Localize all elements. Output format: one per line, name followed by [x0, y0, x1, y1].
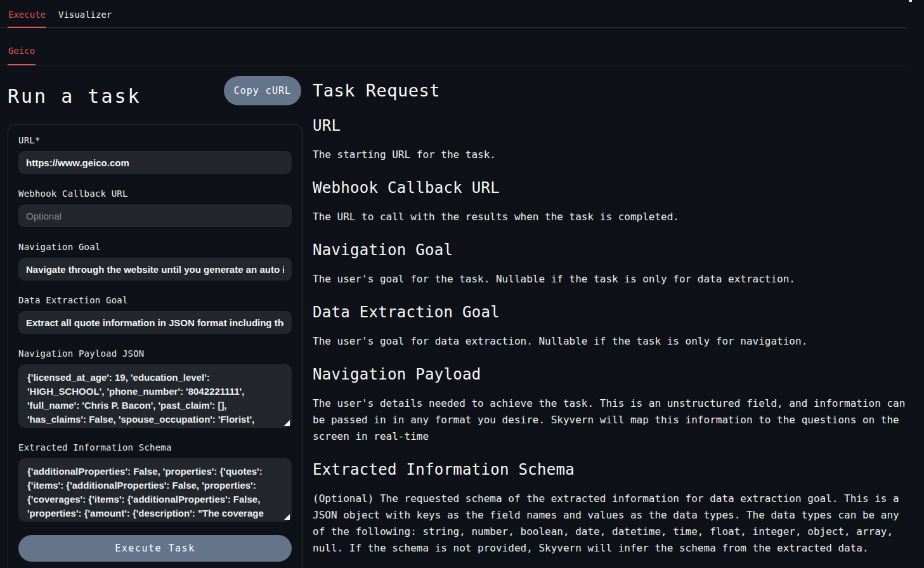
navigation-goal-input[interactable]	[18, 258, 292, 281]
data-extraction-goal-input[interactable]	[18, 311, 292, 334]
execute-task-button[interactable]: Execute Task	[18, 535, 292, 562]
webhook-field-group: Webhook Callback URL	[18, 188, 292, 227]
run-task-panel: Run a task Copy cURL URL* Webhook Callba…	[8, 66, 303, 110]
copy-curl-button[interactable]: Copy cURL	[224, 76, 301, 105]
webhook-label: Webhook Callback URL	[18, 188, 292, 199]
task-form-card: URL* Webhook Callback URL Navigation Goa…	[8, 124, 303, 568]
url-field-group: URL*	[18, 135, 292, 174]
navigation-payload-label: Navigation Payload JSON	[18, 348, 292, 359]
tab-execute[interactable]: Execute	[8, 10, 46, 27]
doc-section-body: The user's goal for the task. Nullable i…	[313, 271, 909, 287]
main-tab-bar: Execute Visualizer	[0, 0, 907, 28]
doc-section-webhook: Webhook Callback URL The URL to call wit…	[313, 179, 909, 225]
navigation-payload-textarea[interactable]: {'licensed_at_age': 19, 'education_level…	[18, 364, 292, 428]
url-input[interactable]	[18, 151, 292, 174]
navigation-payload-field-group: Navigation Payload JSON {'licensed_at_ag…	[18, 348, 292, 428]
doc-section-navigation-payload: Navigation Payload The user's details ne…	[313, 366, 909, 445]
data-extraction-goal-field-group: Data Extraction Goal	[18, 295, 292, 334]
doc-section-extracted-schema: Extracted Information Schema (Optional) …	[313, 461, 909, 557]
navigation-goal-label: Navigation Goal	[18, 242, 292, 252]
url-label: URL*	[18, 135, 292, 145]
doc-section-heading: Extracted Information Schema	[313, 461, 909, 479]
extracted-schema-textarea[interactable]: {'additionalProperties': False, 'propert…	[18, 458, 292, 522]
doc-section-url: URL The starting URL for the task.	[313, 117, 909, 163]
doc-section-heading: Data Extraction Goal	[313, 303, 909, 321]
data-extraction-goal-label: Data Extraction Goal	[18, 295, 292, 305]
doc-section-heading: URL	[313, 117, 909, 135]
scrollbar-thumb[interactable]	[909, 0, 912, 2]
doc-section-heading: Navigation Payload	[313, 366, 909, 383]
webhook-input[interactable]	[18, 204, 292, 227]
extracted-schema-field-group: Extracted Information Schema {'additiona…	[18, 442, 292, 522]
navigation-goal-field-group: Navigation Goal	[18, 242, 292, 281]
doc-section-body: The user's goal for data extraction. Nul…	[313, 333, 909, 350]
doc-section-navigation-goal: Navigation Goal The user's goal for the …	[313, 241, 909, 287]
sub-tab-bar: Geico	[0, 28, 907, 65]
doc-section-body: (Optional) The requested schema of the e…	[313, 491, 909, 557]
doc-section-body: The starting URL for the task.	[313, 147, 909, 163]
doc-section-data-extraction-goal: Data Extraction Goal The user's goal for…	[313, 303, 909, 350]
task-request-docs: Task Request URL The starting URL for th…	[313, 66, 909, 557]
extracted-schema-label: Extracted Information Schema	[18, 442, 292, 452]
doc-section-heading: Navigation Goal	[313, 241, 909, 259]
tab-geico[interactable]: Geico	[8, 46, 36, 65]
docs-title: Task Request	[313, 81, 909, 101]
tab-visualizer[interactable]: Visualizer	[58, 10, 112, 27]
doc-section-body: The user's details needed to achieve the…	[313, 395, 909, 445]
doc-section-heading: Webhook Callback URL	[313, 179, 909, 197]
doc-section-body: The URL to call with the results when th…	[313, 209, 909, 225]
